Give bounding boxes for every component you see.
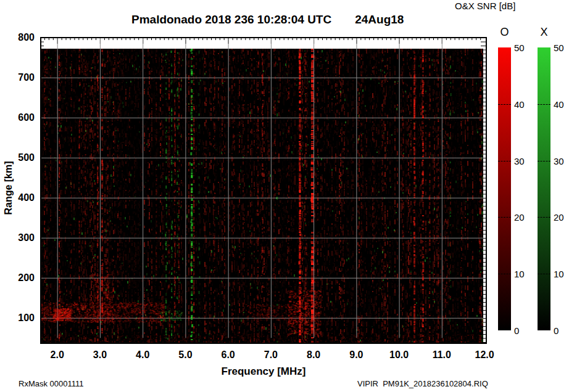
colorbar-tick-label: 0 [554,325,559,336]
x-tick-label: 5.0 [178,349,192,361]
x-tick-label: 12.0 [475,349,494,361]
y-tick-label: 400 [5,192,35,203]
y-tick-label: 300 [5,232,35,243]
colorbar-o-label: O [498,26,511,39]
colorbar-tick-label: 50 [554,43,564,53]
x-tick-label: 11.0 [433,349,451,361]
colorbar-tick-dash [498,217,511,218]
x-tick-label: 3.0 [93,349,107,361]
colorbar-x-label: X [538,26,550,39]
colorbar-tick-dash [538,104,550,105]
colorbar-tick-dash [538,217,550,218]
y-tick-label: 700 [5,72,35,83]
station-time-title: Pmaldonado 2018 236 10:28:04 UTC [131,13,331,27]
colorbar-tick-label: 40 [554,99,564,109]
y-tick-label: 100 [5,312,35,324]
colorbar-tick-label: 30 [514,155,525,166]
colorbar-tick-label: 20 [554,212,564,223]
colorbar-tick-dash [498,161,511,161]
x-axis-label: Frequency [MHz] [171,365,356,378]
y-tick-label: 500 [5,152,35,163]
colorbar-tick-label: 0 [514,325,519,336]
colorbar-tick-label: 20 [514,212,525,223]
file-id-text: VIPIR PM91K_2018236102804.RIQ [357,379,488,388]
x-tick-label: 7.0 [264,349,278,361]
colorbar-tick-label: 10 [554,269,564,279]
y-tick-label: 200 [5,272,35,284]
y-axis-label: Range [km] [3,157,14,219]
ionogram-canvas [40,49,483,344]
x-tick-label: 4.0 [136,349,149,361]
x-tick-label: 8.0 [307,349,320,361]
colorbar-x [538,47,550,330]
colorbar-tick-label: 40 [514,99,525,109]
x-tick-label: 10.0 [389,349,409,361]
colorbar-tick-dash [538,161,550,161]
colorbar-tick-dash [498,104,511,105]
colorbar-o [498,47,511,330]
ionogram-page: Pmaldonado 2018 236 10:28:04 UTC 24Aug18… [0,0,569,392]
x-tick-label: 9.0 [349,349,363,361]
colorbar-tick-label: 30 [554,155,564,166]
plot-title: Pmaldonado 2018 236 10:28:04 UTC 24Aug18 [131,13,404,27]
colorbar-tick-dash [498,274,511,274]
colorbar-tick-label: 50 [514,43,525,53]
x-tick-label: 2.0 [51,349,64,361]
x-tick-label: 6.0 [222,349,235,361]
date-label: 24Aug18 [355,13,404,27]
y-tick-label: 800 [5,32,35,43]
colorbar-tick-dash [538,274,550,274]
colorbar-tick-label: 10 [514,269,525,279]
y-tick-label: 600 [5,112,35,123]
colorbar-title: O&X SNR [dB] [455,1,515,11]
rxmask-text: RxMask 00001111 [19,379,84,388]
